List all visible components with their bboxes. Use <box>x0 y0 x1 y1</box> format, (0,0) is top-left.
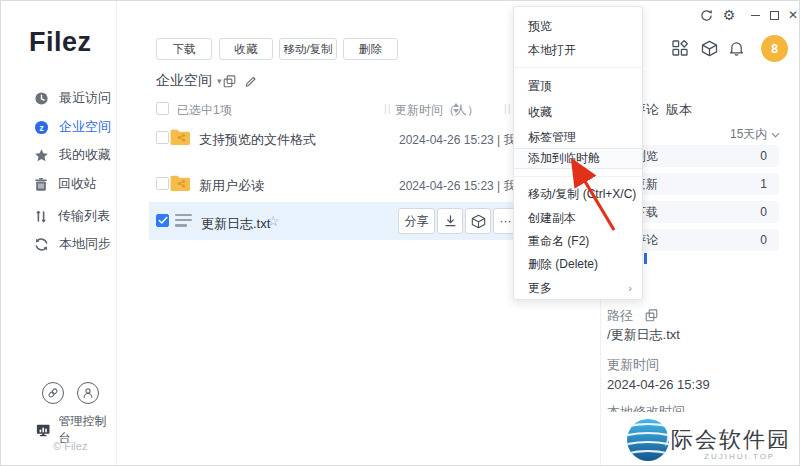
column-divider: || <box>504 102 512 114</box>
refresh-button[interactable] <box>698 7 714 23</box>
selection-summary: 已选中1项 <box>177 102 232 119</box>
stat-value: 0 <box>760 205 767 219</box>
menu-divider <box>514 67 642 68</box>
sidebar-item-label: 我的收藏 <box>59 146 111 164</box>
favorite-button[interactable]: 收藏 <box>219 38 273 60</box>
package-button[interactable] <box>701 40 718 61</box>
breadcrumb[interactable]: 企业空间 ▾ <box>156 72 222 90</box>
sidebar-item-recycle-bin[interactable]: 回收站 <box>34 175 97 193</box>
text-file-icon <box>175 214 192 227</box>
row-package-button[interactable] <box>465 208 491 234</box>
menu-item-move-copy[interactable]: 移动/复制 (Ctrl+X/C) <box>514 182 642 206</box>
watermark-subtitle: ZUJIHUI.TOP <box>704 452 775 461</box>
updated-time-value: 2024-04-26 15:39 <box>607 377 710 392</box>
menu-item-open-local[interactable]: 本地打开 <box>514 38 642 62</box>
pencil-icon <box>244 75 257 88</box>
chevron-right-icon: › <box>628 276 632 300</box>
close-icon: ✕ <box>788 9 798 21</box>
copy-path-button[interactable] <box>645 308 658 326</box>
file-name[interactable]: 更新日志.txt <box>201 215 270 233</box>
enterprise-badge-icon: z <box>34 120 49 135</box>
chevron-down-icon <box>771 132 780 138</box>
console-monitor-icon <box>36 423 50 438</box>
row-download-button[interactable] <box>437 208 463 234</box>
menu-item-preview[interactable]: 预览 <box>514 14 642 38</box>
cube-icon <box>701 40 718 57</box>
sidebar-item-favorites[interactable]: 我的收藏 <box>34 146 111 164</box>
apps-grid-icon <box>672 40 688 56</box>
updated-cell: 2024-04-26 15:23 | 我 <box>399 178 516 195</box>
close-button[interactable]: ✕ <box>785 7 800 23</box>
sidebar-item-enterprise[interactable]: z 企业空间 <box>34 118 111 136</box>
updated-time-label: 更新时间 <box>607 356 659 374</box>
menu-item-more-label: 更多 <box>528 281 552 295</box>
menu-item-delete[interactable]: 删除 (Delete) <box>514 252 642 276</box>
sidebar-item-label: 本地同步 <box>59 235 111 253</box>
refresh-icon <box>700 9 713 22</box>
settings-button[interactable]: ⚙ <box>721 7 737 23</box>
sidebar-item-recent[interactable]: 最近访问 <box>34 89 111 107</box>
menu-item-duplicate[interactable]: 创建副本 <box>514 206 642 230</box>
updated-column-header[interactable]: 更新时间（人） <box>395 102 479 119</box>
sort-asc-icon <box>453 103 459 107</box>
move-copy-button[interactable]: 移动/复制 <box>279 38 337 60</box>
shared-folder-icon <box>170 174 191 192</box>
apps-grid-button[interactable] <box>672 40 688 60</box>
app-logo: Filez <box>29 27 92 58</box>
tab-versions[interactable]: 版本 <box>666 101 692 119</box>
folder-name[interactable]: 新用户必读 <box>199 177 264 195</box>
stat-value: 0 <box>760 149 767 163</box>
rename-folder-button[interactable] <box>244 74 257 92</box>
favorite-star-icon[interactable]: ☆ <box>267 213 280 229</box>
menu-item-rename[interactable]: 重命名 (F2) <box>514 229 642 253</box>
copy-icon <box>223 75 236 88</box>
star-icon <box>34 148 49 163</box>
sidebar: Filez 最近访问 z 企业空间 我的收藏 回收站 传输列表 本地同步 <box>1 1 117 465</box>
notifications-button[interactable] <box>729 40 744 60</box>
period-filter-dropdown[interactable]: 15天内 <box>730 126 780 143</box>
copy-path-button[interactable] <box>223 74 236 92</box>
minimize-icon <box>751 15 760 16</box>
sort-toggle[interactable] <box>453 103 460 113</box>
menu-item-tag-manage[interactable]: 标签管理 <box>514 125 642 149</box>
download-icon <box>444 214 457 228</box>
copy-icon <box>645 309 658 322</box>
chevron-down-icon: ▾ <box>217 76 222 86</box>
menu-item-favorite[interactable]: 收藏 <box>514 100 642 124</box>
download-button[interactable]: 下载 <box>156 38 212 60</box>
account-button[interactable] <box>77 382 99 404</box>
folder-name[interactable]: 支持预览的文件格式 <box>199 131 316 149</box>
path-label: 路径 <box>607 307 633 325</box>
row-checkbox[interactable] <box>156 131 169 144</box>
gear-icon: ⚙ <box>723 8 736 22</box>
menu-divider <box>514 176 642 177</box>
select-all-checkbox[interactable] <box>156 102 169 115</box>
minimize-button[interactable] <box>747 7 763 23</box>
link-icon <box>47 387 59 399</box>
copyright-label: © Filez <box>53 440 87 452</box>
menu-item-add-to-temp-cabin[interactable]: 添加到临时舱 <box>514 148 642 169</box>
share-link-button[interactable] <box>42 382 64 404</box>
shared-folder-icon <box>170 128 191 146</box>
stat-value: 0 <box>760 233 767 247</box>
maximize-button[interactable] <box>766 7 782 23</box>
sidebar-item-label: 回收站 <box>58 175 97 193</box>
watermark-title: 际会软件园 <box>671 425 791 455</box>
row-checkbox-checked[interactable] <box>156 214 169 227</box>
check-icon <box>158 216 168 225</box>
share-button[interactable]: 分享 <box>398 208 435 234</box>
globe-logo-icon <box>625 417 671 463</box>
menu-item-pin[interactable]: 置顶 <box>514 74 642 98</box>
avatar[interactable]: 8 <box>761 35 788 62</box>
sidebar-item-label: 传输列表 <box>58 207 110 225</box>
trash-icon <box>34 177 48 192</box>
column-divider: || <box>384 102 392 114</box>
delete-button[interactable]: 删除 <box>343 38 398 60</box>
row-checkbox[interactable] <box>156 177 169 190</box>
bell-icon <box>729 40 744 56</box>
transfer-icon <box>34 209 48 224</box>
menu-item-more[interactable]: 更多 › <box>514 276 642 300</box>
sidebar-item-transfer-list[interactable]: 传输列表 <box>34 207 110 225</box>
person-icon <box>82 387 94 399</box>
sidebar-item-local-sync[interactable]: 本地同步 <box>34 235 111 253</box>
